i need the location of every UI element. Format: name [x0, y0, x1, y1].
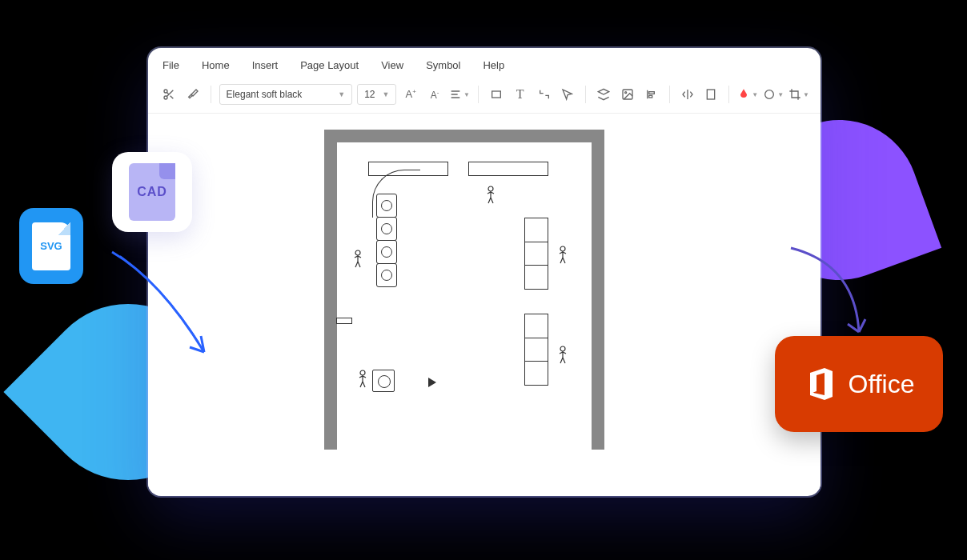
page-icon[interactable]: [701, 84, 720, 105]
image-icon[interactable]: [618, 84, 637, 105]
door-shape: [336, 318, 352, 324]
machine-shape: [376, 263, 397, 287]
person-icon: [556, 246, 569, 265]
toolbar-divider: [211, 86, 211, 103]
svg-point-17: [488, 186, 493, 191]
toolbar-divider: [478, 86, 479, 103]
canvas[interactable]: [148, 114, 821, 490]
file-icon: SVG: [32, 222, 70, 270]
svg-rect-15: [708, 90, 715, 99]
app-window: File Home Insert Page Layout View Symbol…: [148, 48, 821, 496]
toolbar-divider: [585, 86, 586, 103]
font-dropdown[interactable]: Elegant soft black ▼: [219, 84, 353, 105]
chevron-down-icon: ▼: [752, 91, 758, 98]
rectangle-icon[interactable]: [487, 84, 506, 105]
chevron-down-icon: ▼: [777, 91, 784, 98]
cut-icon[interactable]: [159, 84, 179, 105]
cad-file-badge: CAD: [112, 152, 192, 232]
wall: [592, 130, 604, 450]
align-objects-icon[interactable]: [642, 84, 661, 105]
menubar-view[interactable]: View: [381, 59, 403, 71]
file-icon: CAD: [129, 163, 175, 221]
machine-shape: [376, 217, 397, 241]
connector-icon[interactable]: [535, 84, 554, 105]
shelf-shape: [468, 162, 548, 176]
pointer-icon[interactable]: [558, 84, 577, 105]
svg-point-21: [360, 370, 365, 375]
toolbar-divider: [669, 86, 670, 103]
person-icon: [484, 186, 497, 205]
svg-point-16: [765, 90, 774, 99]
person-icon: [556, 346, 569, 365]
office-icon: [804, 365, 839, 403]
cabinet-shape: [524, 218, 548, 290]
person-icon: [351, 250, 364, 269]
chevron-down-icon: ▼: [803, 91, 809, 98]
svg-marker-9: [598, 89, 608, 94]
machine-shape: [376, 194, 397, 218]
chevron-down-icon: ▼: [463, 91, 470, 98]
wall: [324, 130, 604, 142]
chevron-down-icon: ▼: [382, 90, 389, 98]
svg-rect-14: [648, 95, 652, 98]
svg-rect-8: [492, 91, 500, 98]
svg-point-19: [560, 246, 565, 251]
font-increase-icon[interactable]: A+: [401, 84, 420, 105]
triangle-shape: [428, 378, 436, 387]
crop-icon[interactable]: ▼: [788, 84, 809, 105]
floorplan-drawing: [324, 130, 604, 450]
person-icon: [356, 370, 369, 389]
font-decrease-icon[interactable]: A-: [425, 84, 444, 105]
cabinet-shape: [524, 314, 548, 386]
chevron-down-icon: ▼: [338, 90, 345, 98]
font-name-value: Elegant soft black: [227, 89, 303, 100]
format-painter-icon[interactable]: [183, 84, 203, 105]
svg-line-3: [171, 96, 174, 99]
flip-icon[interactable]: [678, 84, 697, 105]
svg-point-1: [164, 96, 167, 99]
layers-icon[interactable]: [594, 84, 613, 105]
svg-line-4: [167, 92, 169, 94]
menubar: File Home Insert Page Layout View Symbol…: [148, 48, 821, 79]
wall: [324, 130, 337, 450]
menubar-home[interactable]: Home: [202, 59, 230, 71]
cad-label: CAD: [137, 185, 167, 199]
machine-stack: [376, 194, 397, 286]
menubar-file[interactable]: File: [163, 59, 179, 71]
font-size-value: 12: [364, 89, 375, 100]
office-label: Office: [849, 370, 915, 399]
toolbar: Elegant soft black ▼ 12 ▼ A+ A- ▼ T: [148, 79, 821, 114]
shape-outline-icon[interactable]: ▼: [763, 84, 784, 105]
svg-file-badge: SVG: [19, 208, 83, 284]
svg-point-11: [625, 92, 627, 94]
svg-point-18: [355, 250, 360, 255]
fontsize-dropdown[interactable]: 12 ▼: [357, 84, 396, 105]
menubar-insert[interactable]: Insert: [252, 59, 279, 71]
svg-point-0: [164, 90, 167, 93]
menubar-pagelayout[interactable]: Page Layout: [300, 59, 359, 71]
svg-point-20: [560, 346, 565, 351]
svg-label: SVG: [40, 240, 62, 252]
align-icon[interactable]: ▼: [449, 84, 470, 105]
text-icon[interactable]: T: [511, 84, 530, 105]
toolbar-divider: [728, 86, 729, 103]
washer-shape: [372, 370, 395, 392]
menubar-symbol[interactable]: Symbol: [426, 59, 460, 71]
office-badge: Office: [775, 336, 943, 432]
menubar-help[interactable]: Help: [483, 59, 504, 71]
machine-shape: [376, 240, 397, 264]
fill-color-icon[interactable]: ▼: [737, 84, 758, 105]
svg-rect-13: [648, 92, 654, 94]
